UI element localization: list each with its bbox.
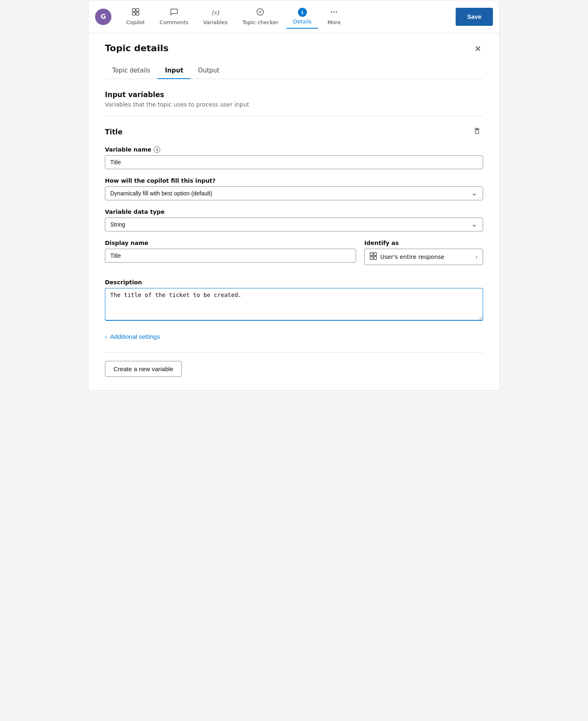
data-type-select[interactable]: String	[105, 218, 483, 231]
identify-as-button[interactable]: User's entire response ›	[364, 249, 483, 265]
nav-item-variables[interactable]: {x} Variables	[197, 4, 234, 29]
svg-rect-3	[136, 12, 139, 15]
avatar: G	[95, 9, 111, 25]
display-name-field: Display name	[105, 240, 356, 263]
details-icon: i	[298, 8, 307, 17]
tab-output[interactable]: Output	[191, 63, 227, 79]
fill-input-label: How will the copilot fill this input?	[105, 177, 483, 184]
app-container: G Copilot	[88, 0, 500, 390]
additional-settings-chevron-icon: ›	[105, 333, 107, 340]
nav-item-details[interactable]: i Details	[286, 5, 318, 29]
svg-point-7	[336, 11, 337, 12]
svg-point-6	[334, 11, 335, 12]
copilot-icon	[131, 7, 140, 18]
bottom-divider	[105, 352, 483, 353]
tab-input[interactable]: Input	[157, 63, 191, 79]
comments-icon	[170, 7, 179, 18]
svg-rect-9	[370, 253, 373, 256]
identify-as-label: Identify as	[364, 240, 483, 246]
nav-label-copilot: Copilot	[126, 19, 145, 25]
more-icon	[329, 7, 338, 18]
svg-text:{x}: {x}	[212, 9, 220, 16]
svg-rect-8	[475, 130, 479, 134]
data-type-label: Variable data type	[105, 209, 483, 215]
fill-input-select[interactable]: Dynamically fill with best option (defau…	[105, 186, 483, 200]
variable-name-field: Variable name i	[105, 146, 483, 169]
svg-rect-2	[132, 12, 135, 15]
svg-rect-10	[374, 253, 377, 256]
nav-label-comments: Comments	[160, 19, 188, 25]
svg-rect-12	[374, 256, 377, 259]
identify-grid-icon	[370, 252, 377, 261]
variable-card: Title Variable name i	[105, 125, 483, 342]
close-button[interactable]: ✕	[473, 43, 483, 54]
svg-point-5	[331, 11, 332, 12]
top-nav: G Copilot	[89, 0, 499, 33]
save-button[interactable]: Save	[456, 8, 493, 26]
delete-variable-button[interactable]	[471, 125, 483, 139]
nav-label-variables: Variables	[203, 19, 227, 25]
variable-name-input[interactable]	[105, 155, 483, 169]
panel: Topic details ✕ Topic details Input Outp…	[89, 33, 499, 390]
display-name-col: Display name	[105, 240, 356, 271]
description-label: Description	[105, 279, 483, 286]
variable-card-header: Title	[105, 125, 483, 139]
identify-as-value: User's entire response	[380, 254, 444, 260]
nav-item-comments[interactable]: Comments	[153, 4, 195, 29]
variable-name-label: Variable name i	[105, 146, 483, 153]
nav-label-topic-checker: Topic checker	[242, 19, 278, 25]
variables-icon: {x}	[211, 7, 220, 18]
section-title: Input variables	[105, 91, 483, 99]
data-type-field: Variable data type String	[105, 209, 483, 231]
chevron-right-icon: ›	[475, 254, 478, 260]
display-name-input[interactable]	[105, 249, 356, 263]
identify-as-col: Identify as User's entire response ›	[364, 240, 483, 271]
trash-icon	[472, 126, 481, 135]
nav-item-copilot[interactable]: Copilot	[120, 4, 152, 29]
additional-settings-label: Additional settings	[110, 333, 160, 340]
fill-input-select-wrapper: Dynamically fill with best option (defau…	[105, 186, 483, 200]
tabs: Topic details Input Output	[105, 63, 483, 79]
variable-card-name: Title	[105, 128, 123, 136]
nav-item-topic-checker[interactable]: Topic checker	[236, 4, 285, 29]
description-field: Description The title of the ticket to b…	[105, 279, 483, 322]
display-name-label: Display name	[105, 240, 356, 246]
panel-header: Topic details ✕	[105, 43, 483, 54]
svg-rect-11	[370, 256, 373, 259]
description-textarea[interactable]: The title of the ticket to be created.	[105, 288, 483, 321]
nav-label-more: More	[327, 19, 341, 25]
panel-title: Topic details	[105, 43, 168, 53]
create-variable-button[interactable]: Create a new variable	[105, 361, 182, 377]
nav-item-more[interactable]: More	[320, 4, 348, 29]
additional-settings-toggle[interactable]: › Additional settings	[105, 331, 160, 342]
svg-rect-1	[136, 9, 139, 11]
section-divider	[105, 116, 483, 116]
display-identify-row: Display name Identify as	[105, 240, 483, 271]
fill-input-field: How will the copilot fill this input? Dy…	[105, 177, 483, 200]
variable-name-info-icon: i	[154, 146, 160, 153]
nav-label-details: Details	[293, 18, 311, 25]
data-type-select-wrapper: String	[105, 218, 483, 231]
topic-checker-icon	[256, 7, 265, 18]
nav-items: Copilot Comments {x} Variables	[120, 4, 452, 29]
svg-rect-0	[132, 9, 135, 11]
section-description: Variables that the topic uses to process…	[105, 101, 483, 108]
tab-topic-details[interactable]: Topic details	[105, 63, 157, 79]
